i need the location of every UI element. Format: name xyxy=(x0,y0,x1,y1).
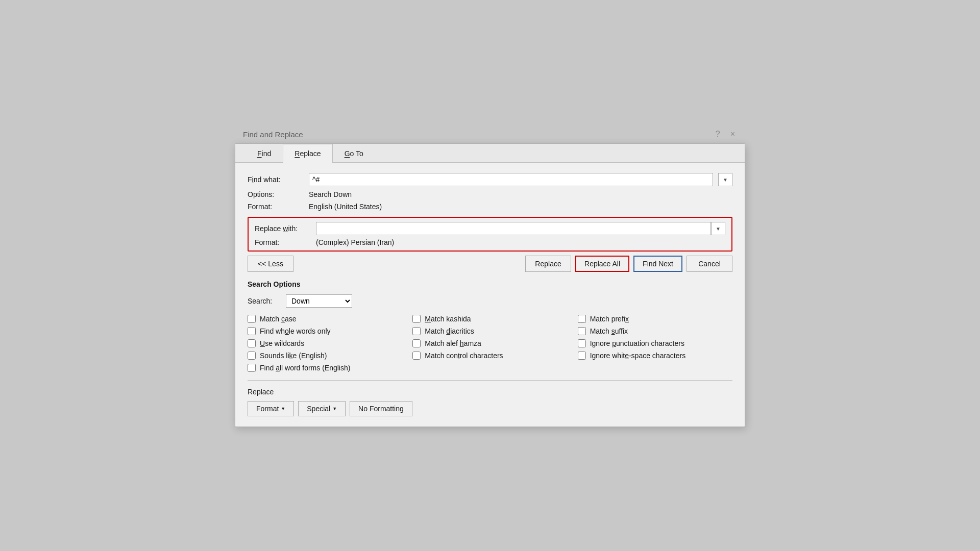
match-kashida-item: Match kashida xyxy=(412,315,567,323)
ignore-whitespace-label: Ignore white-space characters xyxy=(590,352,686,360)
dialog-body: Find what: ▼ Options: Search Down Format… xyxy=(235,163,745,427)
find-what-dropdown[interactable]: ▼ xyxy=(718,173,732,186)
bottom-replace-section: Replace Format ▼ Special ▼ No Formatting xyxy=(248,380,732,416)
replace-with-input-wrapper: ▼ xyxy=(316,222,725,235)
tab-replace-label: Replace xyxy=(295,149,321,158)
title-bar-controls: ? × xyxy=(714,129,737,139)
replace-format-row: Format: (Complex) Persian (Iran) xyxy=(255,238,725,246)
tab-goto[interactable]: Go To xyxy=(333,144,375,163)
replace-format-label: Format: xyxy=(255,238,311,246)
all-word-forms-item: Find all word forms (English) xyxy=(248,364,402,372)
close-button[interactable]: × xyxy=(728,129,737,139)
match-control-item: Match control characters xyxy=(412,352,567,360)
format-dropdown-icon: ▼ xyxy=(281,406,285,411)
find-replace-dialog: Find Replace Go To Find what: ▼ xyxy=(235,143,745,427)
tabs: Find Replace Go To xyxy=(235,144,745,163)
replace-all-button[interactable]: Replace All xyxy=(575,256,629,272)
no-formatting-button[interactable]: No Formatting xyxy=(350,401,412,416)
ignore-punct-checkbox[interactable] xyxy=(578,339,586,347)
find-what-input[interactable] xyxy=(309,173,713,186)
ignore-whitespace-item: Ignore white-space characters xyxy=(578,352,732,360)
match-prefix-label: Match prefix xyxy=(590,315,629,323)
match-kashida-label: Match kashida xyxy=(425,315,471,323)
find-what-label: Find what: xyxy=(248,176,304,184)
options-value: Search Down xyxy=(309,190,352,198)
match-suffix-checkbox[interactable] xyxy=(578,327,586,335)
button-row: << Less Replace Replace All Find Next Ca… xyxy=(248,256,732,272)
tab-goto-label: Go To xyxy=(345,149,363,158)
match-diacritics-label: Match diacritics xyxy=(425,327,474,335)
whole-words-checkbox[interactable] xyxy=(248,327,256,335)
less-button[interactable]: << Less xyxy=(248,256,293,272)
search-options-title: Search Options xyxy=(248,280,732,288)
match-kashida-checkbox[interactable] xyxy=(412,315,421,323)
chevron-down-icon-replace: ▼ xyxy=(716,226,721,232)
col1-checkboxes: Match case Find whole words only Use wil… xyxy=(248,315,402,372)
replace-with-dropdown[interactable]: ▼ xyxy=(711,222,725,235)
tab-find[interactable]: Find xyxy=(246,144,283,163)
col3-checkboxes: Match prefix Match suffix Ignore punctua… xyxy=(578,315,732,372)
sounds-like-label: Sounds like (English) xyxy=(260,352,327,360)
match-diacritics-item: Match diacritics xyxy=(412,327,567,335)
special-button[interactable]: Special ▼ xyxy=(298,401,346,416)
replace-format-value: (Complex) Persian (Iran) xyxy=(316,238,394,246)
match-case-checkbox[interactable] xyxy=(248,315,256,323)
tab-replace[interactable]: Replace xyxy=(283,144,332,163)
replace-with-row: Replace with: ▼ xyxy=(255,222,725,235)
search-checkboxes: Match case Find whole words only Use wil… xyxy=(248,315,732,372)
whole-words-item: Find whole words only xyxy=(248,327,402,335)
sounds-like-checkbox[interactable] xyxy=(248,352,256,360)
match-control-label: Match control characters xyxy=(425,352,503,360)
sounds-like-item: Sounds like (English) xyxy=(248,352,402,360)
special-button-label: Special xyxy=(307,405,330,413)
whole-words-label: Find whole words only xyxy=(260,327,331,335)
find-format-value: English (United States) xyxy=(309,203,382,211)
match-alef-item: Match alef hamza xyxy=(412,339,567,347)
search-direction-row: Search: All Down Up xyxy=(248,294,732,308)
col2-checkboxes: Match kashida Match diacritics Match ale… xyxy=(412,315,567,372)
match-prefix-checkbox[interactable] xyxy=(578,315,586,323)
match-diacritics-checkbox[interactable] xyxy=(412,327,421,335)
find-options-row: Options: Search Down xyxy=(248,190,732,198)
no-formatting-label: No Formatting xyxy=(358,405,404,413)
wildcards-label: Use wildcards xyxy=(260,339,304,347)
match-suffix-item: Match suffix xyxy=(578,327,732,335)
ignore-punct-label: Ignore punctuation characters xyxy=(590,339,684,347)
match-control-checkbox[interactable] xyxy=(412,352,421,360)
find-format-label: Format: xyxy=(248,203,304,211)
replace-with-input[interactable] xyxy=(316,222,711,235)
dialog-title: Find and Replace xyxy=(243,130,303,139)
all-word-forms-label: Find all word forms (English) xyxy=(260,364,350,372)
match-case-item: Match case xyxy=(248,315,402,323)
wildcards-item: Use wildcards xyxy=(248,339,402,347)
format-button-label: Format xyxy=(256,405,279,413)
match-alef-checkbox[interactable] xyxy=(412,339,421,347)
format-button[interactable]: Format ▼ xyxy=(248,401,294,416)
search-direction-label: Search: xyxy=(248,297,281,305)
find-next-button[interactable]: Find Next xyxy=(633,256,682,272)
replace-button[interactable]: Replace xyxy=(525,256,571,272)
wildcards-checkbox[interactable] xyxy=(248,339,256,347)
all-word-forms-checkbox[interactable] xyxy=(248,364,256,372)
help-button[interactable]: ? xyxy=(714,129,722,139)
title-bar: Find and Replace ? × xyxy=(235,124,745,143)
chevron-down-icon: ▼ xyxy=(723,177,728,183)
match-prefix-item: Match prefix xyxy=(578,315,732,323)
search-options-section: Search Options Search: All Down Up xyxy=(248,280,732,372)
match-suffix-label: Match suffix xyxy=(590,327,628,335)
bottom-section-title: Replace xyxy=(248,388,732,396)
find-what-row: Find what: ▼ xyxy=(248,173,732,186)
find-format-row: Format: English (United States) xyxy=(248,203,732,211)
replace-with-label: Replace with: xyxy=(255,224,311,233)
options-label: Options: xyxy=(248,190,304,198)
find-what-input-wrapper: ▼ xyxy=(309,173,732,186)
ignore-punct-item: Ignore punctuation characters xyxy=(578,339,732,347)
ignore-whitespace-checkbox[interactable] xyxy=(578,352,586,360)
special-dropdown-icon: ▼ xyxy=(332,406,337,411)
search-direction-select[interactable]: All Down Up xyxy=(286,294,352,308)
match-case-label: Match case xyxy=(260,315,297,323)
match-alef-label: Match alef hamza xyxy=(425,339,481,347)
bottom-buttons: Format ▼ Special ▼ No Formatting xyxy=(248,401,732,416)
cancel-button[interactable]: Cancel xyxy=(687,256,732,272)
replace-highlighted-section: Replace with: ▼ Format: (Complex) Persia… xyxy=(248,217,732,252)
